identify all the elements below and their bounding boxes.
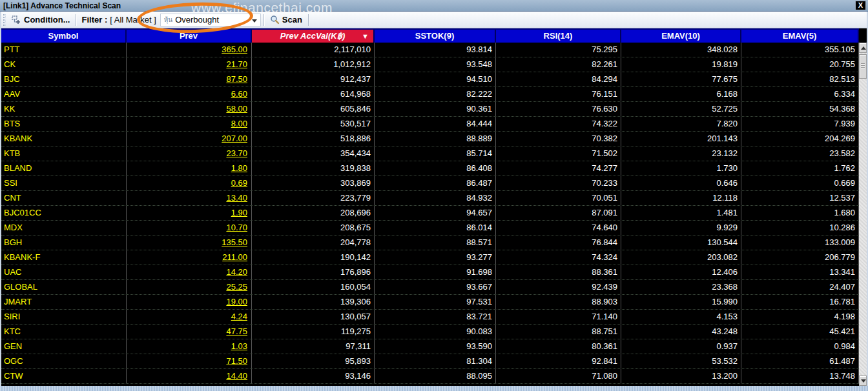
prev-price-link[interactable]: 10.70 [127,221,252,235]
symbol-cell: BTS [1,117,127,131]
emav10-cell: 23.132 [621,146,741,161]
prev-price-link[interactable]: 14.20 [127,265,252,279]
prev-price-link[interactable]: 0.69 [127,176,252,190]
prev-acc-val-cell: 530,517 [252,117,375,131]
table-row-jmart[interactable]: JMART19.00139,30697.53188.90315.99016.78… [1,295,859,310]
filter-market-value: [ All Market ] [108,15,160,25]
condition-flowchart-icon [12,15,21,25]
prev-acc-val-cell: 319,838 [252,161,375,175]
table-row-bgh[interactable]: BGH135.50204,77888.57176.844130.544133.0… [1,236,859,250]
emav10-cell: 348.028 [621,43,741,57]
emav10-cell: 12.406 [621,265,741,279]
rsi-cell: 88.903 [496,295,621,309]
emav10-cell: 43.248 [621,325,741,339]
prev-price-link[interactable]: 58.00 [127,102,252,116]
table-row-kbank-f[interactable]: KBANK-F211.00190,14293.27774.324203.0822… [1,250,859,265]
table-row-kbank[interactable]: KBANK207.00518,88688.88970.382201.143204… [1,132,859,146]
prev-price-link[interactable]: 1.90 [127,206,252,220]
condition-button[interactable]: Condition... [8,14,73,26]
emav5-cell: 10.286 [741,221,859,235]
rsi-cell: 92.841 [496,354,621,368]
table-row-global[interactable]: GLOBAL25.25160,05493.66792.43923.36824.4… [1,280,859,295]
prev-price-link[interactable]: 21.70 [127,57,252,72]
prev-acc-val-cell: 204,778 [252,236,375,250]
vertical-scrollbar[interactable] [859,43,867,386]
column-header-prev-accval-k-[interactable]: Prev AccVal(K฿)▼ [252,30,375,43]
scroll-down-button[interactable] [859,376,867,386]
prev-price-link[interactable]: 47.75 [127,325,252,339]
prev-price-link[interactable]: 13.40 [127,191,252,205]
scroll-up-button[interactable] [859,43,867,53]
table-row-ktb[interactable]: KTB23.70354,43485.71471.50223.13223.582 [1,146,859,161]
column-header-symbol[interactable]: Symbol [1,30,127,43]
prev-price-link[interactable]: 365.00 [127,43,252,57]
sstok-cell: 85.714 [375,146,496,161]
emav5-cell: 1.680 [741,206,859,220]
emav10-cell: 53.532 [621,354,741,368]
prev-price-link[interactable]: 6.60 [127,87,252,101]
column-header-sstok-9-[interactable]: SSTOK(9) [375,30,496,43]
table-row-uac[interactable]: UAC14.20176,89691.69888.36112.40613.341 [1,265,859,280]
table-row-kk[interactable]: KK58.00605,84690.36176.63052.72554.368 [1,102,859,117]
prev-price-link[interactable]: 14.40 [127,369,252,383]
close-button[interactable]: X [855,1,866,10]
sstok-cell: 91.698 [375,265,496,279]
dropdown-selected-value: Overbought [175,15,219,25]
prev-price-link[interactable]: 1.03 [127,339,252,354]
rsi-cell: 88.751 [496,325,621,339]
prev-price-link[interactable]: 23.70 [127,146,252,161]
prev-price-link[interactable]: 211.00 [127,250,252,265]
scan-type-dropdown[interactable]: หุ้น Overbought [160,14,261,26]
emav10-cell: 0.937 [621,339,741,354]
table-row-bland[interactable]: BLAND1.80319,83886.40874.2771.7301.762 [1,161,859,176]
table-row-ptt[interactable]: PTT365.002,117,01093.81475.295348.028355… [1,43,859,57]
prev-acc-val-cell: 1,012,912 [252,57,375,72]
prev-acc-val-cell: 93,146 [252,369,375,383]
table-row-ktc[interactable]: KTC47.75119,27590.08388.75143.24845.421 [1,325,859,339]
rsi-cell: 74.324 [496,250,621,265]
column-header-emav-10-[interactable]: EMAV(10) [621,30,741,43]
column-header-rsi-14-[interactable]: RSI(14) [496,30,621,43]
column-header-emav-5-[interactable]: EMAV(5) [741,30,859,43]
prev-price-link[interactable]: 87.50 [127,72,252,86]
prev-price-link[interactable]: 207.00 [127,132,252,146]
table-row-bjc[interactable]: BJC87.50912,43794.51084.29477.67582.513 [1,72,859,87]
prev-price-link[interactable]: 19.00 [127,295,252,309]
prev-price-link[interactable]: 8.00 [127,117,252,131]
advance-technical-scan-window: [Link1] Advance Technical Scan X www.efi… [0,0,868,391]
scrollbar-thumb[interactable] [859,54,867,79]
symbol-cell: BJC01CC [1,206,127,220]
sort-descending-icon: ▼ [362,30,369,43]
rsi-cell: 75.295 [496,43,621,57]
scroll-down-arrow-icon [861,379,866,383]
prev-price-link[interactable]: 135.50 [127,236,252,250]
prev-price-link[interactable]: 71.50 [127,354,252,368]
table-row-ck[interactable]: CK21.701,012,91293.54882.26119.81920.755 [1,57,859,72]
table-row-mdx[interactable]: MDX10.70208,67586.01474.6409.92910.286 [1,221,859,236]
table-row-ogc[interactable]: OGC71.5095,89381.30492.84153.53261.487 [1,354,859,369]
emav5-cell: 16.781 [741,295,859,309]
table-row-aav[interactable]: AAV6.60614,96882.22276.1516.1686.334 [1,87,859,102]
scan-button[interactable]: Scan [267,14,305,26]
table-row-bjc01cc[interactable]: BJC01CC1.90208,69694.65787.0911.4811.680 [1,206,859,221]
column-header-prev[interactable]: Prev [127,30,252,43]
toolbar-grip-handle[interactable] [3,14,6,26]
rsi-cell: 74.277 [496,161,621,175]
table-row-gen[interactable]: GEN1.0397,31193.59080.3610.9370.984 [1,339,859,354]
prev-price-link[interactable]: 1.80 [127,161,252,175]
rsi-cell: 74.640 [496,221,621,235]
symbol-cell: BLAND [1,161,127,175]
toolbar: Condition... Filter : [ All Market ] หุ้… [1,12,867,28]
prev-price-link[interactable]: 4.24 [127,310,252,324]
symbol-cell: CK [1,57,127,72]
table-row-bts[interactable]: BTS8.00530,51784.44474.3227.8207.939 [1,117,859,132]
table-row-cnt[interactable]: CNT13.40223,77984.93270.05112.11812.537 [1,191,859,206]
sstok-cell: 93.814 [375,43,496,57]
table-row-ctw[interactable]: CTW14.4093,14688.09571.08013.20013.748 [1,369,859,384]
title-bar: [Link1] Advance Technical Scan [0,0,868,12]
prev-price-link[interactable]: 25.25 [127,280,252,294]
sstok-cell: 90.361 [375,102,496,116]
rsi-cell: 80.361 [496,339,621,354]
table-row-ssi[interactable]: SSI0.69303,86986.48770.2330.6460.669 [1,176,859,191]
table-row-siri[interactable]: SIRI4.24130,05783.72171.1404.1534.198 [1,310,859,325]
